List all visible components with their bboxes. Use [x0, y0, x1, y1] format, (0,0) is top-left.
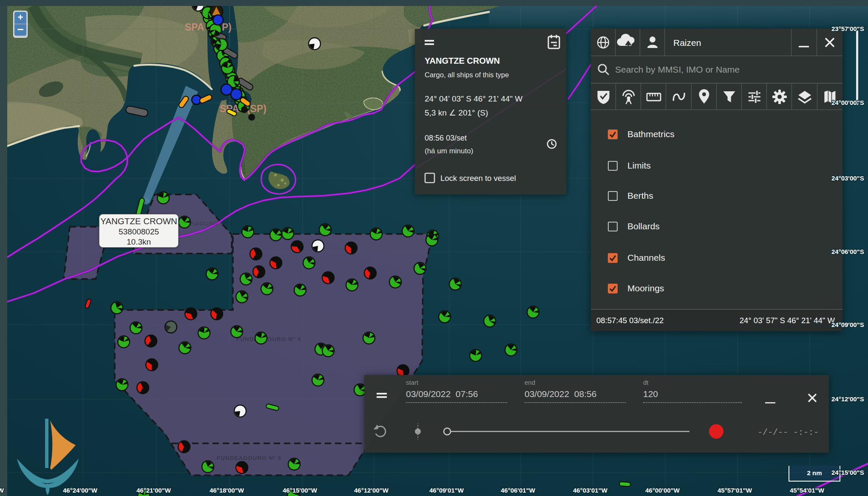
- svg-text:Raizen: Raizen: [673, 38, 701, 48]
- svg-text:FUNDEADOURO Nº 4: FUNDEADOURO Nº 4: [236, 336, 301, 342]
- svg-text:-/-/-- -:-:-: -/-/-- -:-:-: [757, 428, 819, 437]
- svg-text:Search by MMSI, IMO or Name: Search by MMSI, IMO or Name: [615, 65, 740, 74]
- svg-text:FUNDEADOURO Nº 5: FUNDEADOURO Nº 5: [217, 455, 281, 461]
